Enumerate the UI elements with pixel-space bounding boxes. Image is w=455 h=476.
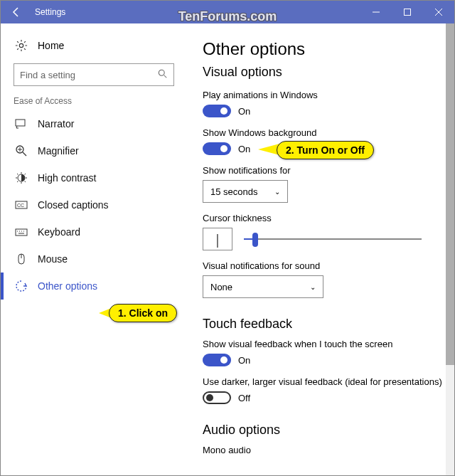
play-animations-toggle[interactable] xyxy=(203,105,231,117)
svg-point-5 xyxy=(159,70,164,75)
chevron-down-icon: ⌄ xyxy=(310,283,316,291)
svg-point-4 xyxy=(19,43,23,47)
nav-label: High contrast xyxy=(38,172,96,184)
scrollbar-thumb[interactable] xyxy=(446,23,454,365)
svg-text:CC: CC xyxy=(17,203,24,208)
darker-feedback-label: Use darker, larger visual feedback (idea… xyxy=(203,376,454,387)
nav-mouse[interactable]: Mouse xyxy=(14,245,188,273)
svg-line-6 xyxy=(164,75,167,78)
selection-indicator xyxy=(1,273,4,300)
show-background-toggle[interactable] xyxy=(203,142,231,155)
darker-feedback-toggle[interactable] xyxy=(203,391,231,404)
touch-feedback-toggle[interactable] xyxy=(203,354,231,366)
notifications-label: Show notifications for xyxy=(203,165,454,176)
nav-group-label: Ease of Access xyxy=(14,96,188,106)
contrast-icon xyxy=(15,171,28,184)
search-icon xyxy=(158,69,168,81)
minimize-button[interactable] xyxy=(360,1,392,23)
play-animations-label: Play animations in Windows xyxy=(203,90,454,100)
visual-notif-value: None xyxy=(210,282,232,292)
mouse-icon xyxy=(15,253,28,265)
gear-icon xyxy=(15,39,28,52)
visual-notif-label: Visual notifications for sound xyxy=(203,260,454,271)
section-touch: Touch feedback xyxy=(203,317,454,332)
svg-rect-1 xyxy=(405,9,411,16)
notifications-value: 15 seconds xyxy=(210,186,258,197)
search-input[interactable]: Find a setting xyxy=(14,63,174,86)
callout-2: 2. Turn On or Off xyxy=(277,141,374,159)
nav-narrator[interactable]: Narrator xyxy=(14,110,188,137)
window-title: Settings xyxy=(35,7,65,17)
cursor-thickness-slider[interactable] xyxy=(244,231,422,248)
notifications-select[interactable]: 15 seconds ⌄ xyxy=(203,180,288,203)
svg-rect-15 xyxy=(16,229,27,236)
close-button[interactable] xyxy=(423,1,454,23)
nav-magnifier[interactable]: Magnifier xyxy=(14,137,188,164)
svg-line-9 xyxy=(23,152,26,156)
maximize-button[interactable] xyxy=(392,1,423,23)
touch-feedback-label: Show visual feedback when I touch the sc… xyxy=(203,339,454,349)
nav-label: Magnifier xyxy=(38,145,79,157)
show-background-state: On xyxy=(238,144,250,154)
nav-keyboard[interactable]: Keyboard xyxy=(14,218,188,245)
home-nav[interactable]: Home xyxy=(14,32,188,59)
darker-feedback-state: Off xyxy=(238,393,250,403)
mono-audio-label: Mono audio xyxy=(203,445,454,455)
nav-high-contrast[interactable]: High contrast xyxy=(14,164,188,191)
nav-label: Narrator xyxy=(38,118,74,129)
show-background-label: Show Windows background xyxy=(203,127,454,138)
nav-other-options[interactable]: Other options xyxy=(14,273,188,300)
touch-feedback-state: On xyxy=(238,355,250,366)
nav-label: Other options xyxy=(38,280,97,292)
page-title: Other options xyxy=(203,39,454,59)
home-label: Home xyxy=(38,40,64,51)
section-visual: Visual options xyxy=(203,65,454,80)
back-button[interactable] xyxy=(1,1,32,23)
play-animations-state: On xyxy=(238,106,250,117)
section-audio: Audio options xyxy=(203,423,454,438)
chevron-down-icon: ⌄ xyxy=(274,188,280,196)
cursor-label: Cursor thickness xyxy=(203,213,454,223)
cc-icon: CC xyxy=(15,199,28,211)
narrator-icon xyxy=(15,117,28,130)
visual-notif-select[interactable]: None ⌄ xyxy=(203,275,323,298)
nav-label: Closed captions xyxy=(38,199,109,211)
keyboard-icon xyxy=(15,226,28,238)
cursor-preview: | xyxy=(203,228,232,250)
nav-label: Mouse xyxy=(38,253,68,265)
nav-label: Keyboard xyxy=(38,226,80,238)
other-options-icon xyxy=(15,280,28,292)
callout-1: 1. Click on xyxy=(109,304,177,322)
nav-closed-captions[interactable]: CC Closed captions xyxy=(14,191,188,218)
svg-rect-7 xyxy=(16,120,25,126)
search-placeholder: Find a setting xyxy=(20,70,75,80)
magnifier-icon xyxy=(15,144,28,157)
